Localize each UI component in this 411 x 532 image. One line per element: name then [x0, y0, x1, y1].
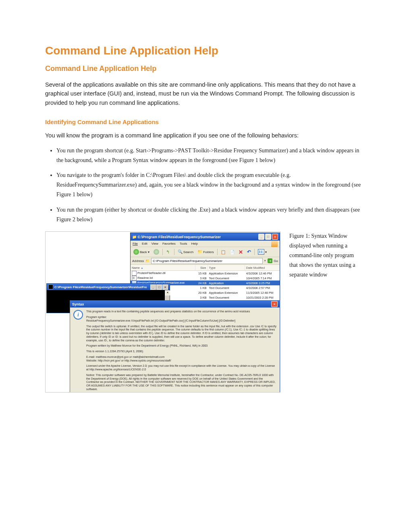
move-to-button[interactable]: [228, 248, 236, 256]
section-heading: Identifying Command Line Applications: [45, 118, 366, 125]
undo-icon: [247, 249, 251, 255]
up-icon: [166, 249, 171, 254]
copy-icon: [221, 250, 226, 254]
undo-button[interactable]: [246, 248, 252, 256]
syntax-close-button[interactable]: ×: [271, 301, 278, 307]
file-icon: [132, 271, 137, 276]
syntax-title: Syntax: [72, 302, 84, 306]
page-title: Command Line Application Help: [45, 44, 366, 57]
col-size[interactable]: Size: [195, 265, 208, 271]
bullet-list: You run the program shortcut (e.g. Start…: [45, 146, 366, 224]
col-date[interactable]: Date Modified: [245, 265, 280, 271]
figure-1-caption: Figure 1: Syntax Window displayed when r…: [289, 231, 358, 279]
minimize-button[interactable]: _: [258, 234, 264, 240]
menu-tools[interactable]: Tools: [180, 242, 187, 245]
folder-icon: 📁: [132, 235, 137, 239]
forward-icon: [154, 249, 159, 255]
up-button[interactable]: [165, 248, 172, 256]
cmd-icon: [48, 285, 53, 289]
dropdown-icon[interactable]: ▾: [264, 259, 266, 262]
syntax-titlebar: Syntax ×: [70, 301, 280, 308]
menu-favorites[interactable]: Favorites: [162, 242, 176, 245]
address-label: Address: [132, 259, 144, 263]
info-icon: i: [73, 310, 83, 320]
close-button[interactable]: ×: [272, 234, 278, 240]
delete-button[interactable]: ✕: [237, 248, 244, 256]
syntax-text: This program reads in a text file contai…: [86, 310, 276, 393]
search-button[interactable]: Search: [176, 248, 195, 256]
views-icon: [258, 249, 264, 255]
move-icon: [230, 250, 235, 254]
views-button[interactable]: ▾: [257, 248, 268, 256]
cmd-close-button[interactable]: ×: [162, 285, 168, 290]
copy-to-button[interactable]: [220, 248, 227, 256]
address-bar: Address 📁 ▾ ➔Go: [131, 257, 280, 265]
explorer-menubar: File Edit View Favorites Tools Help: [131, 241, 280, 247]
folder-icon: 📁: [145, 259, 149, 263]
table-row[interactable]: ProteinFileReader.dll15 KBApplication Ex…: [131, 271, 280, 276]
cmd-maximize-button[interactable]: □: [156, 285, 162, 290]
list-item: You navigate to the program's folder in …: [56, 170, 366, 199]
menu-view[interactable]: View: [152, 242, 158, 245]
sort-asc-icon: ▲: [141, 266, 143, 269]
cmd-title: C:\Program Files\ResidueFrequencySummari…: [54, 285, 147, 289]
back-icon: [133, 249, 139, 255]
col-type[interactable]: Type: [208, 265, 245, 271]
figure-1: 📁 C:\Program Files\ResidueFrequencySumma…: [45, 231, 280, 393]
table-row[interactable]: Readme.txt3 KBText Document10/4/2005 7:1…: [131, 276, 280, 281]
forward-button[interactable]: [152, 248, 160, 256]
windows-flag-icon: [271, 241, 278, 247]
search-icon: [178, 249, 183, 254]
intro-paragraph: Several of the applications available on…: [45, 80, 366, 107]
explorer-toolbar: Back ▾ Search Folders ✕ ▾: [131, 247, 280, 257]
back-button[interactable]: Back ▾: [132, 248, 151, 256]
list-item: You run the program (either by shortcut …: [56, 205, 366, 224]
folders-button[interactable]: Folders: [196, 248, 215, 256]
explorer-titlebar: 📁 C:\Program Files\ResidueFrequencySumma…: [131, 233, 280, 241]
menu-file[interactable]: File: [133, 242, 138, 245]
go-button[interactable]: ➔Go: [268, 258, 278, 263]
page-subtitle: Command Line Application Help: [45, 64, 366, 73]
cmd-titlebar: C:\Program Files\ResidueFrequencySummari…: [47, 284, 170, 290]
menu-help[interactable]: Help: [191, 242, 197, 245]
go-icon: ➔: [268, 258, 272, 263]
file-icon: [132, 276, 137, 281]
syntax-dialog: Syntax × i This program reads in a text …: [70, 300, 280, 393]
explorer-title: C:\Program Files\ResidueFrequencySummari…: [138, 235, 221, 239]
section-lead: You will know the program is a command l…: [45, 131, 366, 140]
col-name[interactable]: Name▲: [131, 265, 195, 271]
address-input[interactable]: [151, 258, 263, 264]
folders-icon: [197, 249, 202, 254]
list-item: You run the program shortcut (e.g. Start…: [56, 146, 366, 165]
cmd-minimize-button[interactable]: _: [150, 285, 156, 290]
maximize-button[interactable]: □: [265, 234, 271, 240]
menu-edit[interactable]: Edit: [142, 242, 147, 245]
